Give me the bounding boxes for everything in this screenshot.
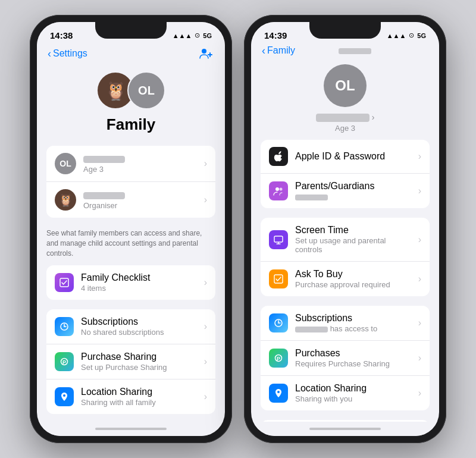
apple-id-text: Apple ID & Password [295, 151, 414, 162]
subs-name-blur [295, 327, 328, 332]
notch-1 [95, 22, 167, 39]
screen-content-2[interactable]: ‹ Family OL › Age 3 [251, 40, 439, 422]
person-name-row: › [316, 112, 375, 123]
time-1: 14:38 [50, 30, 73, 40]
apple-id-row[interactable]: Apple ID & Password › [261, 140, 430, 174]
svg-point-0 [202, 49, 206, 54]
location-sharing-title: Location Sharing [81, 387, 199, 397]
name-chevron: › [372, 112, 375, 122]
svg-point-11 [280, 188, 283, 191]
child-initials-2: OL [335, 77, 355, 94]
page-title-1: Family [107, 115, 155, 134]
phone-1: 14:38 ▲▲▲ ⊙ 5G ‹ Settings [30, 15, 232, 443]
home-bar-2 [251, 422, 439, 436]
screentime-title: Screen Time [295, 225, 414, 236]
organiser-row-chevron: › [204, 195, 207, 205]
checklist-row[interactable]: Family Checklist 4 items › [46, 265, 215, 300]
checklist-section: Family Checklist 4 items › [46, 265, 215, 300]
back-chevron-1: ‹ [48, 48, 51, 59]
purchases-svg: P [273, 353, 284, 363]
purchases-icon: P [269, 349, 288, 368]
screen-content-1[interactable]: ‹ Settings 🦉 [37, 40, 225, 422]
child-name [83, 153, 199, 164]
svg-rect-15 [274, 275, 283, 283]
nav-bar-1: ‹ Settings [37, 40, 225, 65]
person-name-blur [316, 114, 369, 122]
screentime-subtitle: Set up usage and parental controls [295, 236, 414, 254]
svg-rect-3 [60, 278, 68, 287]
svg-rect-12 [274, 236, 283, 242]
checklist-chevron: › [204, 277, 207, 288]
status-icons-1: ▲▲▲ ⊙ 5G [173, 30, 212, 39]
home-indicator-1 [95, 428, 167, 430]
wifi-icon: ⊙ [195, 32, 200, 39]
asktobuy-subtitle: Purchase approval required [295, 280, 414, 289]
parents-subtitle [295, 192, 414, 201]
parents-icon [269, 181, 288, 200]
profile-section-2: OL › Age 3 [251, 59, 439, 140]
purchase-sharing-text: Purchase Sharing Set up Purchase Sharing [81, 352, 199, 372]
status-bar-1: 14:38 ▲▲▲ ⊙ 5G [37, 22, 225, 40]
parents-name-blur [295, 195, 328, 200]
asktobuy-svg [273, 274, 284, 284]
signal-icon: ▲▲▲ [173, 32, 192, 39]
battery-icon: 5G [203, 32, 212, 39]
back-button-2[interactable]: ‹ Family [262, 45, 295, 56]
organiser-row-avatar: 🦉 [55, 189, 76, 211]
organiser-row[interactable]: 🦉 Organiser › [46, 182, 215, 218]
checklist-svg [59, 277, 70, 288]
child-row-text: Age 3 [83, 153, 199, 174]
svg-text:P: P [62, 359, 66, 365]
apple-id-title: Apple ID & Password [295, 151, 414, 162]
subscriptions-title: Subscriptions [81, 316, 199, 327]
purchases-subtitle: Requires Purchase Sharing [295, 359, 414, 368]
location-sharing-title-2: Location Sharing [295, 383, 414, 394]
asktobuy-text: Ask To Buy Purchase approval required [295, 269, 414, 289]
asktobuy-row[interactable]: Ask To Buy Purchase approval required › [261, 262, 430, 296]
parents-svg [273, 186, 284, 196]
purchases-row[interactable]: P Purchases Requires Purchase Sharing › [261, 341, 430, 376]
profile-section-1: 🦉 OL Family [37, 65, 225, 146]
child-age: Age 3 [83, 165, 199, 174]
organiser-name-blurred [83, 192, 125, 199]
purchase-icon: P [55, 352, 74, 371]
asktobuy-icon [269, 269, 288, 288]
parents-title: Parents/Guardians [295, 181, 414, 192]
organiser-label: Organiser [83, 201, 199, 210]
svg-point-10 [275, 187, 279, 191]
subscriptions-svg [59, 321, 70, 332]
home-bar-1 [37, 422, 225, 436]
purchase-sharing-chevron: › [204, 356, 207, 367]
location-icon-2 [269, 384, 288, 403]
nav-person-name [339, 45, 371, 56]
apple-id-chevron: › [418, 151, 421, 162]
subscriptions-icon-2 [269, 313, 288, 332]
purchase-sharing-row[interactable]: P Purchase Sharing Set up Purchase Shari… [46, 344, 215, 379]
location-sharing-subtitle: Sharing with all family [81, 398, 199, 407]
subscriptions-row[interactable]: Subscriptions No shared subscriptions › [46, 309, 215, 344]
apple-id-icon [269, 147, 288, 166]
subs-access-text: has access to [330, 324, 378, 333]
parents-row[interactable]: Parents/Guardians › [261, 174, 430, 208]
purchase-svg: P [59, 356, 70, 367]
back-button-1[interactable]: ‹ Settings [48, 48, 87, 59]
checklist-title: Family Checklist [81, 272, 199, 283]
child-row-chevron: › [204, 158, 207, 169]
location-sharing-row[interactable]: Location Sharing Sharing with all family… [46, 379, 215, 414]
location-sharing-row-2[interactable]: Location Sharing Sharing with you › [261, 376, 430, 410]
purchase-sharing-title: Purchase Sharing [81, 352, 199, 362]
parents-text: Parents/Guardians [295, 181, 414, 201]
screentime-svg [273, 234, 284, 245]
subscriptions-row-2[interactable]: Subscriptions has access to › [261, 306, 430, 341]
child-avatar-2: OL [324, 64, 367, 107]
remove-row[interactable]: Remove from Family [261, 420, 430, 422]
child-row[interactable]: OL Age 3 › [46, 146, 215, 182]
add-family-button[interactable] [198, 45, 214, 62]
screentime-row[interactable]: Screen Time Set up usage and parental co… [261, 218, 430, 262]
location-icon [55, 387, 74, 406]
sharing-section: Subscriptions No shared subscriptions › … [46, 309, 215, 414]
screentime-chevron: › [418, 234, 421, 245]
child-row-initials: OL [60, 159, 71, 168]
location-svg-2 [273, 388, 284, 399]
description-text: See what family members can access and s… [37, 227, 225, 265]
